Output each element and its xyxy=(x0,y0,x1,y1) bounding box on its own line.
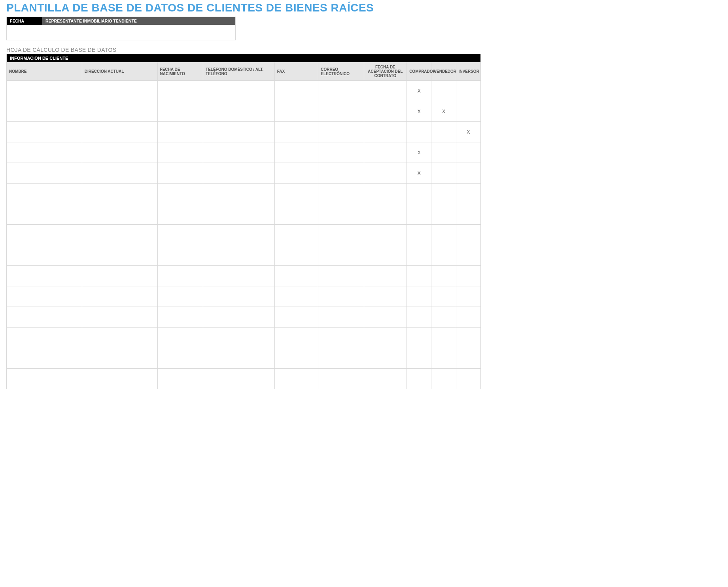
cell-inversor[interactable] xyxy=(456,101,480,122)
cell-telefono[interactable] xyxy=(203,307,275,328)
cell-direccion[interactable] xyxy=(82,81,157,101)
cell-email[interactable] xyxy=(318,122,364,142)
cell-inversor[interactable] xyxy=(456,163,480,184)
cell-nombre[interactable] xyxy=(7,122,82,142)
cell-nombre[interactable] xyxy=(7,184,82,204)
cell-comprador[interactable] xyxy=(407,204,431,225)
cell-fax[interactable] xyxy=(274,266,318,286)
cell-comprador[interactable] xyxy=(407,286,431,307)
cell-comprador[interactable] xyxy=(407,122,431,142)
cell-contrato[interactable] xyxy=(364,328,407,348)
cell-inversor[interactable] xyxy=(456,245,480,266)
cell-inversor[interactable] xyxy=(456,142,480,163)
cell-vendedor[interactable] xyxy=(431,286,456,307)
cell-vendedor[interactable]: X xyxy=(431,101,456,122)
cell-vendedor[interactable] xyxy=(431,348,456,369)
cell-direccion[interactable] xyxy=(82,101,157,122)
cell-nombre[interactable] xyxy=(7,245,82,266)
cell-inversor[interactable] xyxy=(456,328,480,348)
cell-comprador[interactable] xyxy=(407,369,431,389)
cell-email[interactable] xyxy=(318,204,364,225)
cell-nacimiento[interactable] xyxy=(157,245,203,266)
cell-nacimiento[interactable] xyxy=(157,142,203,163)
cell-email[interactable] xyxy=(318,266,364,286)
cell-fax[interactable] xyxy=(274,328,318,348)
cell-inversor[interactable] xyxy=(456,266,480,286)
cell-contrato[interactable] xyxy=(364,142,407,163)
cell-nacimiento[interactable] xyxy=(157,184,203,204)
cell-telefono[interactable] xyxy=(203,122,275,142)
cell-comprador[interactable] xyxy=(407,225,431,245)
cell-fax[interactable] xyxy=(274,307,318,328)
cell-fax[interactable] xyxy=(274,225,318,245)
cell-direccion[interactable] xyxy=(82,348,157,369)
cell-direccion[interactable] xyxy=(82,369,157,389)
cell-email[interactable] xyxy=(318,286,364,307)
cell-comprador[interactable]: X xyxy=(407,142,431,163)
cell-direccion[interactable] xyxy=(82,307,157,328)
cell-comprador[interactable] xyxy=(407,245,431,266)
cell-nombre[interactable] xyxy=(7,286,82,307)
cell-comprador[interactable] xyxy=(407,266,431,286)
cell-fax[interactable] xyxy=(274,369,318,389)
cell-nacimiento[interactable] xyxy=(157,286,203,307)
cell-inversor[interactable] xyxy=(456,369,480,389)
meta-cell-rep[interactable] xyxy=(42,25,236,40)
cell-fax[interactable] xyxy=(274,348,318,369)
cell-nacimiento[interactable] xyxy=(157,369,203,389)
cell-contrato[interactable] xyxy=(364,225,407,245)
cell-vendedor[interactable] xyxy=(431,81,456,101)
cell-inversor[interactable] xyxy=(456,184,480,204)
cell-direccion[interactable] xyxy=(82,266,157,286)
cell-email[interactable] xyxy=(318,328,364,348)
cell-vendedor[interactable] xyxy=(431,225,456,245)
cell-inversor[interactable] xyxy=(456,348,480,369)
cell-telefono[interactable] xyxy=(203,204,275,225)
cell-nombre[interactable] xyxy=(7,204,82,225)
cell-inversor[interactable] xyxy=(456,307,480,328)
cell-vendedor[interactable] xyxy=(431,184,456,204)
cell-nacimiento[interactable] xyxy=(157,225,203,245)
cell-vendedor[interactable] xyxy=(431,163,456,184)
cell-nombre[interactable] xyxy=(7,266,82,286)
cell-fax[interactable] xyxy=(274,245,318,266)
cell-nacimiento[interactable] xyxy=(157,101,203,122)
cell-nombre[interactable] xyxy=(7,348,82,369)
cell-comprador[interactable] xyxy=(407,307,431,328)
cell-inversor[interactable] xyxy=(456,81,480,101)
cell-telefono[interactable] xyxy=(203,348,275,369)
cell-fax[interactable] xyxy=(274,204,318,225)
cell-nombre[interactable] xyxy=(7,328,82,348)
cell-comprador[interactable] xyxy=(407,348,431,369)
cell-vendedor[interactable] xyxy=(431,142,456,163)
cell-direccion[interactable] xyxy=(82,328,157,348)
cell-nombre[interactable] xyxy=(7,142,82,163)
cell-inversor[interactable] xyxy=(456,225,480,245)
cell-telefono[interactable] xyxy=(203,286,275,307)
cell-nacimiento[interactable] xyxy=(157,266,203,286)
cell-direccion[interactable] xyxy=(82,122,157,142)
cell-inversor[interactable] xyxy=(456,286,480,307)
cell-telefono[interactable] xyxy=(203,225,275,245)
cell-contrato[interactable] xyxy=(364,81,407,101)
cell-vendedor[interactable] xyxy=(431,307,456,328)
cell-comprador[interactable] xyxy=(407,328,431,348)
cell-fax[interactable] xyxy=(274,142,318,163)
cell-direccion[interactable] xyxy=(82,184,157,204)
cell-contrato[interactable] xyxy=(364,204,407,225)
cell-contrato[interactable] xyxy=(364,122,407,142)
cell-contrato[interactable] xyxy=(364,101,407,122)
cell-contrato[interactable] xyxy=(364,163,407,184)
cell-contrato[interactable] xyxy=(364,369,407,389)
cell-vendedor[interactable] xyxy=(431,122,456,142)
cell-fax[interactable] xyxy=(274,286,318,307)
cell-fax[interactable] xyxy=(274,101,318,122)
cell-email[interactable] xyxy=(318,225,364,245)
cell-inversor[interactable]: X xyxy=(456,122,480,142)
cell-direccion[interactable] xyxy=(82,142,157,163)
cell-fax[interactable] xyxy=(274,122,318,142)
cell-comprador[interactable] xyxy=(407,184,431,204)
cell-nombre[interactable] xyxy=(7,369,82,389)
cell-direccion[interactable] xyxy=(82,286,157,307)
cell-comprador[interactable]: X xyxy=(407,101,431,122)
